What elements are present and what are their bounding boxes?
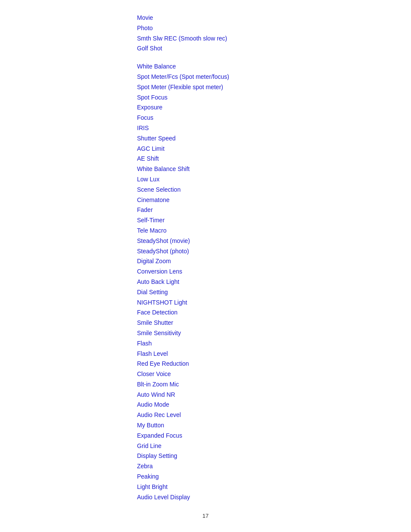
menu-item[interactable]: Audio Level Display [137,492,411,503]
menu-item[interactable]: Audio Rec Level [137,410,411,420]
menu-item[interactable]: Grid Line [137,441,411,451]
menu-item[interactable]: NIGHTSHOT Light [137,298,411,308]
menu-item[interactable]: Peaking [137,472,411,482]
menu-item[interactable]: Closer Voice [137,369,411,380]
menu-item[interactable]: Face Detection [137,308,411,318]
menu-item[interactable]: Fader [137,205,411,215]
menu-item[interactable]: SteadyShot (movie) [137,236,411,246]
menu-item[interactable]: Blt-in Zoom Mic [137,380,411,390]
menu-item[interactable]: Self-Timer [137,215,411,226]
menu-item[interactable]: AE Shift [137,154,411,164]
menu-item[interactable]: Audio Mode [137,400,411,410]
menu-item[interactable]: Flash Level [137,349,411,359]
menu-item[interactable]: Tele Macro [137,226,411,236]
menu-item[interactable]: Low Lux [137,174,411,185]
menu-group-2: White BalanceSpot Meter/Fcs (Spot meter/… [137,62,411,502]
spacer [137,54,411,62]
menu-item[interactable]: Digital Zoom [137,256,411,267]
menu-item[interactable]: Smth Slw REC (Smooth slow rec) [137,34,411,44]
menu-item[interactable]: Expanded Focus [137,431,411,441]
menu-item[interactable]: AGC Limit [137,144,411,154]
menu-item[interactable]: Auto Back Light [137,277,411,287]
menu-item[interactable]: Light Bright [137,482,411,492]
menu-item[interactable]: Zebra [137,461,411,472]
menu-item[interactable]: Focus [137,113,411,123]
page-number: 17 [202,513,209,519]
main-content: MoviePhotoSmth Slw REC (Smooth slow rec)… [0,0,411,528]
menu-item[interactable]: IRIS [137,123,411,134]
menu-item[interactable]: Auto Wind NR [137,390,411,400]
menu-item[interactable]: Conversion Lens [137,267,411,277]
menu-item[interactable]: Spot Meter/Fcs (Spot meter/focus) [137,72,411,82]
menu-item[interactable]: Scene Selection [137,185,411,195]
menu-item[interactable]: Cinematone [137,195,411,205]
menu-item[interactable]: Dial Setting [137,287,411,298]
menu-item[interactable]: White Balance [137,62,411,72]
menu-item[interactable]: Photo [137,23,411,34]
menu-item[interactable]: Smile Sensitivity [137,328,411,339]
menu-item[interactable]: Shutter Speed [137,134,411,144]
menu-item[interactable]: SteadyShot (photo) [137,246,411,257]
menu-item[interactable]: Smile Shutter [137,318,411,328]
menu-item[interactable]: Golf Shot [137,44,411,54]
menu-item[interactable]: Exposure [137,103,411,113]
menu-item[interactable]: Display Setting [137,451,411,461]
menu-item[interactable]: Flash [137,339,411,349]
menu-item[interactable]: Red Eye Reduction [137,359,411,369]
menu-item[interactable]: Movie [137,13,411,23]
menu-item[interactable]: Spot Focus [137,93,411,103]
menu-item[interactable]: White Balance Shift [137,164,411,174]
menu-group-1: MoviePhotoSmth Slw REC (Smooth slow rec)… [137,13,411,54]
menu-item[interactable]: Spot Meter (Flexible spot meter) [137,82,411,93]
menu-item[interactable]: My Button [137,420,411,431]
